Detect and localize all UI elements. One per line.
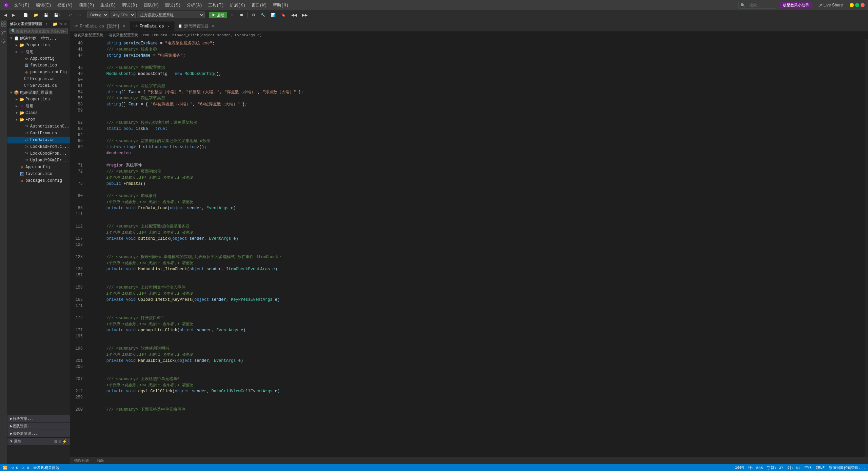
tree-folder-from[interactable]: ▼ 📂 From	[7, 116, 70, 123]
fold-btn[interactable]	[91, 254, 97, 260]
fold-btn[interactable]	[91, 53, 97, 59]
sidebar-new-folder-btn[interactable]: 📁	[53, 22, 58, 26]
toolbar-undo[interactable]: ↩	[67, 12, 74, 18]
activity-solution-explorer[interactable]	[1, 21, 7, 27]
toolbar-tools-4[interactable]: 🔖	[279, 12, 288, 18]
fold-btn[interactable]	[91, 394, 97, 400]
properties-header[interactable]: ▼ 属性 ⊞ ≡ ⚡	[7, 437, 70, 445]
tab-frmdata-design[interactable]: C# FrmData.cs [设计] ✕	[70, 21, 130, 31]
close-button[interactable]	[861, 3, 865, 7]
toolbar-back[interactable]: ◀	[2, 12, 9, 18]
toolbar-forward[interactable]: ▶	[10, 12, 17, 18]
props-list-btn[interactable]: ≡	[58, 439, 61, 444]
fold-btn[interactable]	[91, 321, 97, 327]
tree-item-program-cs[interactable]: C# Program.cs	[7, 76, 70, 82]
status-git[interactable]: 🔀	[3, 466, 7, 470]
cpu-select[interactable]: Any CPU	[110, 12, 136, 18]
fold-btn[interactable]	[91, 376, 97, 382]
maximize-button[interactable]	[855, 3, 859, 7]
server-panel-toggle[interactable]: ▶ 服务器资源...	[7, 430, 70, 437]
project-select[interactable]: 拉力强度仪配置系统	[137, 12, 205, 18]
fold-btn[interactable]	[91, 40, 97, 46]
code-content[interactable]: string serviceExeName = "电表采集服务系统.exe"; …	[87, 39, 862, 457]
fold-btn[interactable]	[91, 101, 97, 107]
props-grid-btn[interactable]: ⊞	[54, 439, 57, 444]
fold-btn[interactable]	[91, 278, 97, 284]
fold-btn[interactable]	[91, 388, 97, 394]
tab-close-btn[interactable]: ✕	[122, 24, 126, 28]
fold-btn[interactable]	[91, 400, 97, 407]
activity-settings[interactable]	[1, 39, 7, 45]
sidebar-new-file-btn[interactable]: +	[49, 22, 51, 26]
tree-item-app-config-2[interactable]: ⚙ App.config	[7, 164, 70, 171]
toolbar-tools-6[interactable]: ▶▶	[300, 12, 310, 18]
breadcrumb-item-2[interactable]: 电表采集配置系统.From.FrmData	[108, 33, 167, 38]
fold-btn[interactable]	[91, 364, 97, 370]
search-input[interactable]	[747, 2, 774, 8]
fold-btn[interactable]	[91, 150, 97, 156]
tab-error-list[interactable]: 错误列表	[70, 457, 93, 464]
menu-project[interactable]: 项目(P)	[76, 2, 97, 9]
toolbar-tools-5[interactable]: ◀◀	[289, 12, 299, 18]
fold-btn[interactable]	[91, 83, 97, 89]
menu-team[interactable]: 团队(M)	[141, 2, 162, 9]
menu-file[interactable]: 文件(F)	[12, 2, 33, 9]
fold-btn[interactable]	[91, 382, 97, 388]
tab-close-btn[interactable]: ✕	[211, 24, 215, 28]
toolbar-save[interactable]: 💾	[42, 12, 51, 18]
toolbar-open[interactable]: 📁	[32, 12, 40, 18]
fold-btn[interactable]	[91, 223, 97, 230]
fold-btn[interactable]	[91, 65, 97, 71]
tree-item-cart-cs[interactable]: C# CartFrom.cs	[7, 130, 70, 137]
props-sort-btn[interactable]: ⚡	[62, 439, 67, 444]
status-warnings[interactable]: ⚠ 0	[22, 466, 29, 470]
fold-btn[interactable]	[91, 126, 97, 132]
fold-btn[interactable]	[91, 59, 97, 65]
tree-item-ref-1[interactable]: ▶ ⚙ 引用	[7, 48, 70, 55]
fold-btn[interactable]	[91, 132, 97, 138]
tree-folder-class[interactable]: ▼ 📂 Class	[7, 110, 70, 116]
fold-btn[interactable]	[91, 193, 97, 199]
fold-btn[interactable]	[91, 266, 97, 272]
toolbar-save-all[interactable]: 💾+	[52, 12, 63, 18]
team-panel-toggle[interactable]: ▶ 团队资源...	[7, 422, 70, 430]
start-button[interactable]: ▶ 启动	[209, 12, 227, 18]
tree-item-packages-2[interactable]: ⚙ packages.config	[7, 177, 70, 184]
fold-btn[interactable]	[91, 138, 97, 144]
toolbar-tools-1[interactable]: ⚙	[250, 12, 257, 18]
fold-btn[interactable]	[91, 346, 97, 352]
tree-item-packages-1[interactable]: ⚙ packages.config	[7, 69, 70, 76]
fold-btn[interactable]	[91, 162, 97, 169]
menu-window[interactable]: 窗口(W)	[249, 2, 270, 9]
fold-btn[interactable]	[91, 358, 97, 364]
solution-panel-toggle[interactable]: ▶ 解决方案...	[7, 415, 70, 422]
menu-extensions[interactable]: 扩展(X)	[227, 2, 248, 9]
fold-btn[interactable]	[91, 260, 97, 266]
menu-build[interactable]: 生成(B)	[98, 2, 119, 9]
fold-btn[interactable]	[91, 291, 97, 297]
fold-btn[interactable]	[91, 120, 97, 126]
ai-assistant-button[interactable]: 极星数采小助手	[780, 2, 812, 8]
fold-btn[interactable]	[91, 339, 97, 346]
toolbar-new[interactable]: 📄	[21, 12, 30, 18]
menu-edit[interactable]: 编辑(E)	[33, 2, 54, 9]
status-encoding[interactable]: CRLF	[816, 466, 825, 470]
stop-button[interactable]: ⏹	[238, 12, 245, 18]
fold-btn[interactable]	[91, 333, 97, 339]
tab-close-active-btn[interactable]: ✕	[166, 24, 171, 29]
status-errors[interactable]: ⊘ 0	[12, 466, 18, 470]
toolbar-tools-3[interactable]: 📊	[269, 12, 278, 18]
fold-btn[interactable]	[91, 181, 97, 187]
fold-btn[interactable]	[91, 89, 97, 95]
fold-btn[interactable]	[91, 217, 97, 223]
fold-btn[interactable]	[91, 297, 97, 303]
debug-config-select[interactable]: Debug	[87, 12, 108, 18]
tree-item-properties-2[interactable]: ▶ 📂 Properties	[7, 96, 70, 103]
tree-item-app-config-1[interactable]: ⚙ App.config	[7, 55, 70, 62]
tree-item-ref-2[interactable]: ▶ ⚙ 引用	[7, 103, 70, 110]
sidebar-refresh-btn[interactable]: ↻	[59, 22, 62, 26]
fold-btn[interactable]	[91, 175, 97, 181]
fold-btn[interactable]	[91, 46, 97, 53]
fold-btn[interactable]	[91, 211, 97, 217]
fold-btn[interactable]	[91, 309, 97, 315]
